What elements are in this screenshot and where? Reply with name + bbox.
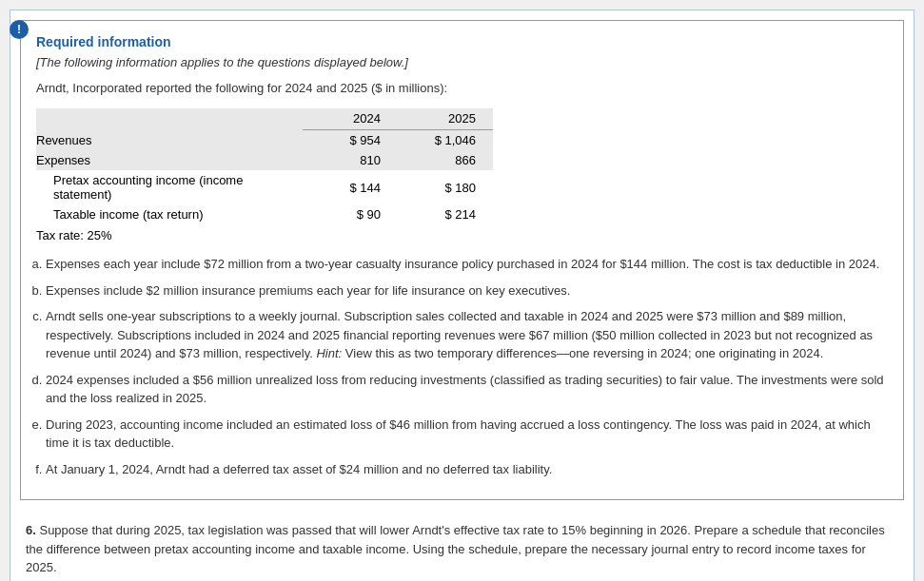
pretax-2024: $ 144 <box>303 170 398 204</box>
tax-rate: Tax rate: 25% <box>36 224 493 245</box>
list-item: 2024 expenses included a $56 million unr… <box>46 371 888 408</box>
revenues-2025: $ 1,046 <box>398 130 493 151</box>
table-row: Pretax accounting income (income stateme… <box>36 170 493 204</box>
list-item: Expenses include $2 million insurance pr… <box>46 281 888 300</box>
items-list: Expenses each year include $72 million f… <box>36 255 888 478</box>
pretax-2025: $ 180 <box>398 170 493 204</box>
required-section: ! Required information [The following in… <box>20 20 904 500</box>
required-title: Required information <box>36 34 888 49</box>
info-icon: ! <box>10 20 29 39</box>
row-label-revenues: Revenues <box>36 130 303 151</box>
data-table: 2024 2025 Revenues $ 954 $ 1,046 Expense… <box>36 108 493 245</box>
col-header-2025: 2025 <box>398 108 493 130</box>
intro-text: Arndt, Incorporated reported the followi… <box>36 81 888 95</box>
question-text: Suppose that during 2025, tax legislatio… <box>26 523 885 574</box>
row-label-pretax: Pretax accounting income (income stateme… <box>36 170 303 204</box>
col-header-2024: 2024 <box>303 108 398 130</box>
subtitle: [The following information applies to th… <box>36 55 888 69</box>
taxable-2025: $ 214 <box>398 204 493 224</box>
row-label-expenses: Expenses <box>36 150 303 170</box>
list-item: Arndt sells one-year subscriptions to a … <box>46 307 888 363</box>
table-row: Expenses 810 866 <box>36 150 493 170</box>
list-item: During 2023, accounting income included … <box>46 416 888 453</box>
table-header-row: 2024 2025 <box>36 108 493 130</box>
table-row: Taxable income (tax return) $ 90 $ 214 <box>36 204 493 224</box>
list-item: Expenses each year include $72 million f… <box>46 255 888 274</box>
table-row: Revenues $ 954 $ 1,046 <box>36 130 493 151</box>
bottom-section: 6. Suppose that during 2025, tax legisla… <box>10 510 914 581</box>
question-number: 6. <box>26 523 36 537</box>
expenses-2025: 866 <box>398 150 493 170</box>
list-item: At January 1, 2024, Arndt had a deferred… <box>46 460 888 479</box>
expenses-2024: 810 <box>303 150 398 170</box>
revenues-2024: $ 954 <box>303 130 398 151</box>
table-row: Tax rate: 25% <box>36 224 493 245</box>
taxable-2024: $ 90 <box>303 204 398 224</box>
row-label-taxable: Taxable income (tax return) <box>36 204 303 224</box>
page-container: ! Required information [The following in… <box>10 10 914 581</box>
